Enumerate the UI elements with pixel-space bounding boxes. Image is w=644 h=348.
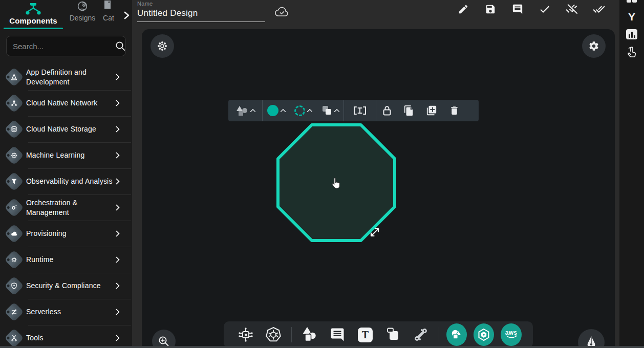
- shapes-cluster-icon: [235, 105, 248, 116]
- design-canvas[interactable]: T: [142, 29, 615, 348]
- zoom-in-icon[interactable]: [152, 330, 176, 348]
- note-tool-icon[interactable]: [383, 323, 403, 346]
- sidebar-category[interactable]: App Definition and Development: [0, 64, 132, 90]
- sidebar-category[interactable]: Observability and Analysis: [0, 168, 132, 194]
- shapes-menu-button[interactable]: [228, 100, 262, 121]
- touch-icon[interactable]: [619, 46, 644, 58]
- sidebar-category[interactable]: Provisioning: [0, 221, 132, 247]
- category-label: Cloud Native Storage: [26, 124, 114, 134]
- kubernetes-icon[interactable]: [263, 323, 284, 346]
- sidebar-category[interactable]: Machine Learning: [0, 142, 132, 168]
- tag-serverless-icon: [4, 302, 24, 321]
- category-label: App Definition and Development: [26, 68, 114, 87]
- chevron-right-icon: [113, 230, 120, 237]
- chevron-up-icon: [334, 108, 339, 114]
- tag-orchestration-icon: [4, 198, 24, 217]
- save-icon[interactable]: [484, 3, 497, 15]
- tag-ml-icon: [4, 145, 24, 165]
- category-label: Tools: [26, 333, 114, 343]
- remove-done-icon[interactable]: [566, 3, 578, 15]
- fill-color-button[interactable]: [263, 100, 290, 121]
- topbar-actions: [457, 3, 605, 15]
- aws-provider-icon[interactable]: aws: [501, 323, 521, 346]
- category-label: Serverless: [26, 307, 114, 317]
- comment-icon[interactable]: [511, 3, 524, 15]
- fill-color-swatch: [267, 105, 278, 116]
- text-tool-icon[interactable]: T: [355, 323, 375, 346]
- sidebar-category[interactable]: Cloud Native Storage: [0, 116, 132, 142]
- yaml-glyph: Y: [628, 11, 635, 22]
- chevron-right-icon: [113, 100, 120, 106]
- panel-icon[interactable]: [619, 0, 644, 3]
- category-list: App Definition and Development Cloud Nat…: [0, 64, 132, 348]
- sidebar-category[interactable]: Serverless: [0, 299, 132, 325]
- tab-components[interactable]: Components: [0, 6, 67, 29]
- horizontal-scrollbar[interactable]: [0, 346, 644, 348]
- lock-icon: [382, 105, 392, 116]
- arrange-button[interactable]: [316, 100, 344, 121]
- tab-catalog[interactable]: Cat: [98, 3, 119, 29]
- edge-link-icon[interactable]: [411, 323, 431, 346]
- category-label: Provisioning: [26, 229, 114, 238]
- trash-icon: [449, 105, 460, 116]
- dashed-circle-icon: [294, 105, 305, 116]
- sidebar-category[interactable]: Cloud Native Network: [0, 90, 132, 116]
- check-icon[interactable]: [539, 3, 551, 15]
- duplicate-add-button[interactable]: [420, 100, 443, 121]
- chevron-right-icon: [113, 309, 120, 315]
- copy-button[interactable]: [398, 100, 420, 121]
- yaml-icon[interactable]: Y: [619, 11, 644, 22]
- settings-gear-icon[interactable]: [582, 34, 606, 58]
- tag-app-icon: [4, 67, 24, 86]
- component-chip-icon[interactable]: [235, 323, 256, 346]
- tag-security-icon: [4, 276, 24, 295]
- shape-context-toolbar: [228, 100, 479, 121]
- shapes-provider-icon[interactable]: [446, 323, 467, 346]
- lock-button[interactable]: [376, 100, 398, 121]
- cloud-done-icon: [274, 6, 290, 18]
- sidebar-category[interactable]: Security & Compliance: [0, 273, 132, 299]
- search-icon[interactable]: [115, 40, 126, 52]
- border-style-button[interactable]: [290, 100, 316, 121]
- design-name-input[interactable]: Untitled Design: [137, 7, 265, 22]
- hexagon-provider-icon[interactable]: [474, 323, 494, 346]
- category-label: Orchestration & Management: [26, 198, 114, 217]
- chevron-up-icon: [307, 108, 312, 114]
- search-input[interactable]: [13, 42, 115, 51]
- category-label: Runtime: [26, 255, 114, 265]
- tag-storage-icon: [4, 119, 24, 139]
- chevron-right-icon: [113, 204, 120, 211]
- meshery-design-app: Components Designs: [0, 0, 644, 348]
- tag-runtime-icon: [4, 250, 24, 269]
- done-all-icon[interactable]: [593, 3, 605, 15]
- sidebar-category[interactable]: Tools: [0, 325, 132, 348]
- copy-icon: [403, 104, 415, 117]
- tabs-scroll-right-icon[interactable]: [123, 11, 130, 19]
- edit-pencil-icon[interactable]: [457, 3, 469, 15]
- active-tab-underline: [4, 28, 63, 29]
- resize-width-button[interactable]: [344, 100, 376, 121]
- design-topbar: Name Untitled Design: [132, 0, 619, 29]
- snowflake-icon[interactable]: [151, 34, 174, 58]
- tab-label: Components: [9, 16, 57, 28]
- sidebar-category[interactable]: Runtime: [0, 247, 132, 273]
- chevron-right-icon: [113, 256, 120, 263]
- dock-divider: [291, 327, 292, 342]
- bar-chart-icon[interactable]: [619, 29, 644, 39]
- sidebar-category[interactable]: Orchestration & Management: [0, 194, 132, 221]
- designs-rose-icon: [76, 1, 89, 14]
- chevron-right-icon: [113, 74, 120, 80]
- chevron-up-icon: [280, 108, 286, 114]
- chevron-right-icon: [113, 335, 120, 341]
- tab-designs[interactable]: Designs: [67, 3, 98, 29]
- chevron-right-icon: [113, 282, 120, 289]
- shapes-icon[interactable]: [299, 323, 320, 346]
- comment-tool-icon[interactable]: [327, 323, 348, 346]
- pen-nib-icon[interactable]: [578, 329, 605, 348]
- components-sidebar: Components Designs: [0, 0, 132, 348]
- resize-handle-icon[interactable]: [369, 226, 381, 238]
- duplicate-add-icon: [426, 105, 437, 116]
- component-search: [6, 36, 126, 56]
- sidebar-tabs: Components Designs: [0, 0, 132, 29]
- delete-trash-button[interactable]: [443, 100, 466, 121]
